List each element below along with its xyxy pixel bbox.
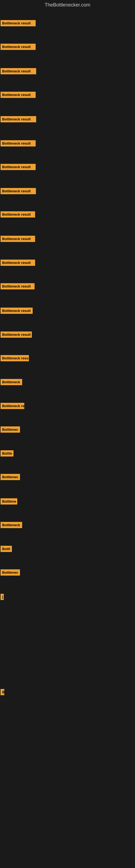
bottleneck-result-item: Bottlene bbox=[1, 498, 17, 504]
bottleneck-result-item: Bottleneck bbox=[1, 379, 22, 385]
bottleneck-result-item: Bottlenec bbox=[1, 474, 20, 480]
bottleneck-result-item: Bottleneck result bbox=[1, 92, 36, 98]
bottleneck-result-item: Bottleneck result bbox=[1, 211, 35, 218]
bottleneck-result-item: B bbox=[1, 689, 4, 695]
bottleneck-result-item: Bottleneck result bbox=[1, 236, 35, 242]
bottleneck-result-item: Bottleneck result bbox=[1, 20, 36, 26]
bottleneck-result-item: Bottleneck result bbox=[1, 308, 33, 314]
bottleneck-result-item: Bottleneck result bbox=[1, 164, 36, 170]
bottleneck-result-item: Bottleneck result bbox=[1, 283, 35, 289]
bottleneck-result-item: Bottleneck result bbox=[1, 44, 36, 50]
bottleneck-result-item: Bottle bbox=[1, 450, 13, 457]
bottleneck-result-item: Bottleneck result bbox=[1, 259, 35, 266]
site-title: TheBottlenecker.com bbox=[0, 0, 135, 10]
bottleneck-result-item: | bbox=[1, 594, 4, 600]
bottleneck-result-item: Bottleneck result bbox=[1, 332, 32, 338]
bottleneck-result-item: Bottl bbox=[1, 546, 12, 552]
bottleneck-result-item: Bottlenec bbox=[1, 426, 20, 433]
bottleneck-result-item: Bottleneck bbox=[1, 522, 22, 528]
bottleneck-result-item: Bottleneck result bbox=[1, 140, 36, 147]
bottleneck-result-item: Bottleneck result bbox=[1, 68, 36, 74]
bottleneck-result-item: Bottleneck re bbox=[1, 403, 24, 409]
bottleneck-result-item: Bottlenec bbox=[1, 569, 20, 576]
bottleneck-result-item: Bottleneck result bbox=[1, 188, 36, 194]
bottleneck-result-item: Bottleneck result bbox=[1, 116, 36, 122]
bottleneck-result-item: Bottleneck resu bbox=[1, 355, 29, 361]
